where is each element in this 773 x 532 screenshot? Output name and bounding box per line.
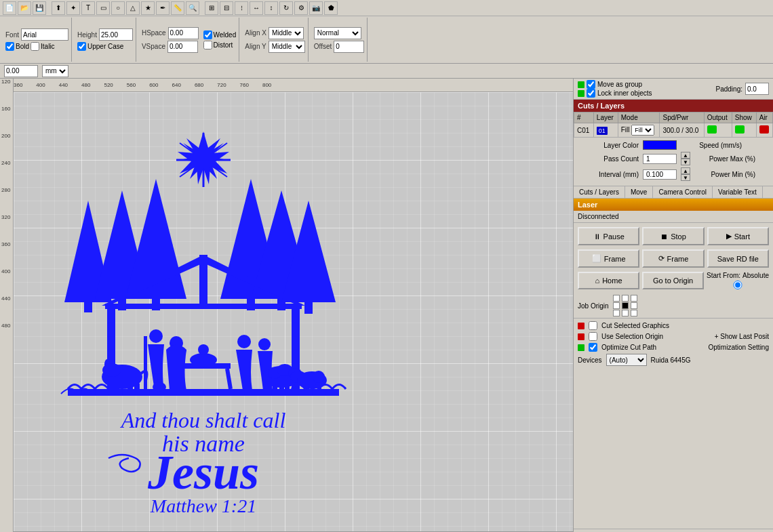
ungroup-icon[interactable]: ⊟: [220, 1, 233, 15]
spacing-group: HSpace VSpace Welded Distort: [139, 18, 239, 62]
tab-camera[interactable]: Camera Control: [653, 186, 713, 198]
cut-selected-checkbox[interactable]: [589, 321, 597, 330]
tab-move[interactable]: Move: [625, 186, 653, 198]
start-icon: ▶: [726, 232, 732, 241]
col-layer: Layer: [593, 112, 618, 123]
upper-case-label: Upper Case: [87, 43, 123, 50]
normal-select[interactable]: Normal: [314, 27, 361, 39]
hspace-input[interactable]: [168, 27, 199, 39]
save-file-icon[interactable]: 💾: [33, 1, 46, 15]
pause-button[interactable]: ⏸ Pause: [578, 227, 639, 245]
interval-down[interactable]: ▼: [681, 174, 690, 181]
layer-row-c01[interactable]: C01 01 Fill Fill 300.0 / 30.0: [574, 123, 773, 138]
open-file-icon[interactable]: 📂: [18, 1, 31, 15]
align-y-select[interactable]: MiddleTopBottom: [269, 41, 305, 53]
ellipse-icon[interactable]: ○: [111, 1, 125, 15]
origin-bl[interactable]: [613, 310, 620, 316]
save-rd-label: Save RD file: [717, 255, 759, 263]
rect-icon[interactable]: ▭: [96, 1, 110, 15]
interval-value[interactable]: 0.100: [643, 169, 677, 180]
hspace-label: HSpace: [142, 29, 166, 37]
layer-c01-air[interactable]: [756, 123, 772, 138]
icon-bar: 📄 📂 💾 ⬆ ✦ T ▭ ○ △ ★ ✒ 📏 🔍 ⊞ ⊟ ⫶ ↔ ↕ ↻ ⚙ …: [0, 0, 773, 16]
origin-br[interactable]: [631, 310, 637, 316]
origin-mc[interactable]: [622, 302, 629, 309]
italic-checkbox[interactable]: [31, 42, 39, 51]
interval-up[interactable]: ▲: [681, 167, 690, 174]
layer-color-box[interactable]: [643, 140, 677, 150]
height-label: Height: [77, 31, 97, 39]
svg-rect-59: [279, 385, 284, 395]
go-to-origin-button[interactable]: Go to Origin: [642, 272, 704, 289]
pointer-icon[interactable]: ⬆: [52, 1, 65, 15]
bold-checkbox[interactable]: [5, 42, 14, 51]
pass-count-up[interactable]: ▲: [681, 152, 690, 159]
tab-cuts-layers[interactable]: Cuts / Layers: [574, 186, 625, 198]
start-from-radio[interactable]: [707, 281, 769, 289]
svg-line-38: [227, 369, 231, 389]
rotate-icon[interactable]: ↻: [279, 1, 293, 15]
move-as-group-checkbox[interactable]: [587, 80, 595, 89]
origin-ml[interactable]: [613, 302, 620, 309]
home-label: Home: [602, 277, 622, 285]
new-file-icon[interactable]: 📄: [3, 1, 16, 15]
optimize-checkbox[interactable]: [589, 343, 597, 352]
laser-buttons-row1: ⏸ Pause ⏹ Stop ▶ Start: [574, 223, 773, 249]
canvas-content[interactable]: And thou shalt call his name Jesus Matth…: [14, 92, 573, 531]
save-rd-button[interactable]: Save RD file: [707, 249, 769, 268]
home-button[interactable]: ⌂ Home: [578, 272, 639, 289]
origin-mr[interactable]: [631, 302, 637, 309]
canvas-area[interactable]: 360 400 440 480 520 560 600 640 680 720 …: [14, 79, 573, 531]
measure-icon[interactable]: 📏: [171, 1, 184, 15]
use-selection-checkbox[interactable]: [589, 332, 597, 341]
offset-input[interactable]: [334, 41, 364, 53]
font-input[interactable]: [21, 28, 68, 41]
welded-checkbox[interactable]: [203, 30, 212, 39]
artwork[interactable]: And thou shalt call his name Jesus Matth…: [34, 106, 373, 512]
lock-inner-checkbox[interactable]: [587, 89, 595, 98]
pass-count-value[interactable]: 1: [643, 154, 677, 164]
laser-icon[interactable]: ⬟: [324, 1, 338, 15]
layer-c01-output[interactable]: [704, 123, 732, 138]
stop-button[interactable]: ⏹ Stop: [642, 227, 704, 245]
frame-button1[interactable]: ⬜ Frame: [578, 249, 639, 268]
zoom-icon[interactable]: 🔍: [186, 1, 199, 15]
group-icon[interactable]: ⊞: [205, 1, 218, 15]
layer-c01-show[interactable]: [732, 123, 756, 138]
padding-input[interactable]: [745, 83, 769, 95]
align-icon[interactable]: ⫶: [235, 1, 248, 15]
vspace-input[interactable]: [167, 41, 198, 53]
origin-bc[interactable]: [622, 310, 629, 316]
height-input[interactable]: [99, 28, 133, 41]
lock-inner-label: Lock inner objects: [597, 89, 652, 97]
origin-tc[interactable]: [622, 295, 629, 302]
star-icon[interactable]: ★: [141, 1, 155, 15]
settings-icon[interactable]: ⚙: [294, 1, 308, 15]
job-origin-grid[interactable]: [613, 295, 639, 316]
tab-variable[interactable]: Variable Text: [713, 186, 763, 198]
origin-tl[interactable]: [613, 295, 620, 302]
flip-h-icon[interactable]: ↔: [250, 1, 263, 15]
text-icon[interactable]: T: [81, 1, 95, 15]
flip-v-icon[interactable]: ↕: [264, 1, 278, 15]
origin-tr[interactable]: [631, 295, 637, 302]
frame-button2[interactable]: ⟳ Frame: [642, 249, 704, 268]
polygon-icon[interactable]: △: [126, 1, 140, 15]
devices-select[interactable]: (Auto): [606, 354, 647, 366]
node-icon[interactable]: ✦: [66, 1, 80, 15]
move-as-group-label: Move as group: [597, 81, 642, 88]
layer-c01-mode: Fill Fill: [618, 123, 660, 138]
start-button[interactable]: ▶ Start: [707, 227, 769, 245]
upper-case-checkbox[interactable]: [77, 42, 86, 51]
job-origin-label: Job Origin: [578, 302, 609, 310]
pen-icon[interactable]: ✒: [156, 1, 170, 15]
distort-checkbox[interactable]: [203, 41, 212, 49]
height-group: Height Upper Case: [75, 18, 136, 62]
align-x-select[interactable]: MiddleLeftRight: [269, 27, 304, 39]
move-as-group-indicator: [578, 81, 584, 88]
devices-label: Devices: [578, 356, 602, 364]
x-coord-input[interactable]: [4, 65, 38, 77]
camera2-icon[interactable]: 📷: [309, 1, 323, 15]
unit-select[interactable]: mmin: [42, 65, 68, 77]
pass-count-down[interactable]: ▼: [681, 159, 690, 165]
